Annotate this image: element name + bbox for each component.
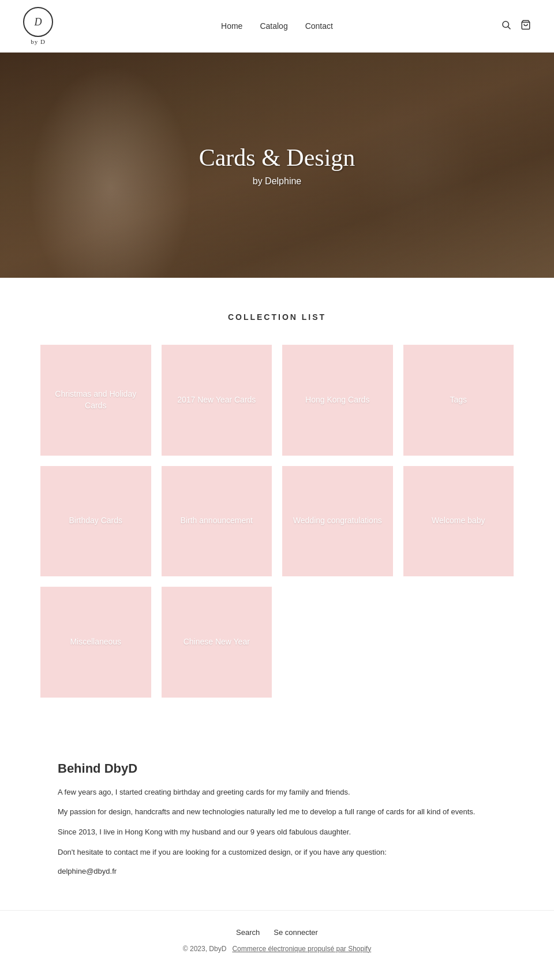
collection-item-misc[interactable]: Miscellaneous <box>40 587 151 698</box>
main-nav: Home Catalog Contact <box>221 21 333 31</box>
hero-section: Cards & Design by Delphine <box>0 53 554 278</box>
cart-button[interactable] <box>521 20 531 33</box>
logo-byline: by D <box>31 38 46 45</box>
logo-letter: D <box>35 16 42 28</box>
collection-item-birth[interactable]: Birth announcement <box>162 466 272 577</box>
logo-area[interactable]: D by D <box>23 7 53 45</box>
footer-shopify-link[interactable]: Commerce électronique propulsé par Shopi… <box>232 945 371 953</box>
behind-para-4: Don't hesitate to contact me if you are … <box>58 847 496 859</box>
nav-home[interactable]: Home <box>221 21 242 31</box>
behind-para-2: My passion for design, handcrafts and ne… <box>58 806 496 818</box>
behind-section: Behind DbyD A few years ago, I started c… <box>0 732 554 910</box>
nav-contact[interactable]: Contact <box>305 21 333 31</box>
footer-login-link[interactable]: Se connecter <box>274 928 318 937</box>
hero-subtitle: by Delphine <box>253 176 302 187</box>
site-header: D by D Home Catalog Contact <box>0 0 554 53</box>
behind-title: Behind DbyD <box>58 761 496 776</box>
header-icons <box>501 20 531 33</box>
footer-copyright: © 2023, DbyD Commerce électronique propu… <box>23 945 531 953</box>
behind-email: delphine@dbyd.fr <box>58 867 496 875</box>
collection-item-welcomebaby[interactable]: Welcome baby <box>403 466 514 577</box>
site-footer: Search Se connecter © 2023, DbyD Commerc… <box>0 910 554 964</box>
collection-item-chinesenewyear[interactable]: Chinese New Year <box>162 587 272 698</box>
collection-item-newyear2017[interactable]: 2017 New Year Cards <box>162 345 272 456</box>
nav-catalog[interactable]: Catalog <box>260 21 287 31</box>
collection-grid-row1: Christmas and Holiday Cards 2017 New Yea… <box>40 345 514 456</box>
footer-links: Search Se connecter <box>23 928 531 937</box>
collection-item-hongkong[interactable]: Hong Kong Cards <box>282 345 393 456</box>
behind-para-3: Since 2013, I live in Hong Kong with my … <box>58 826 496 839</box>
collection-item-birthday[interactable]: Birthday Cards <box>40 466 151 577</box>
behind-para-1: A few years ago, I started creating birt… <box>58 787 496 799</box>
collection-grid-row3: Miscellaneous Chinese New Year <box>40 587 514 698</box>
svg-point-0 <box>503 21 509 28</box>
svg-line-1 <box>508 27 510 29</box>
footer-search-link[interactable]: Search <box>236 928 260 937</box>
collection-section: COLLECTION LIST Christmas and Holiday Ca… <box>0 278 554 732</box>
collection-item-christmas[interactable]: Christmas and Holiday Cards <box>40 345 151 456</box>
search-button[interactable] <box>501 20 511 33</box>
collection-heading: COLLECTION LIST <box>23 312 531 322</box>
collection-item-wedding[interactable]: Wedding congratulations <box>282 466 393 577</box>
logo-icon: D <box>23 7 53 37</box>
collection-item-tags[interactable]: Tags <box>403 345 514 456</box>
hero-title: Cards & Design <box>199 144 355 172</box>
collection-grid-row2: Birthday Cards Birth announcement Weddin… <box>40 466 514 577</box>
